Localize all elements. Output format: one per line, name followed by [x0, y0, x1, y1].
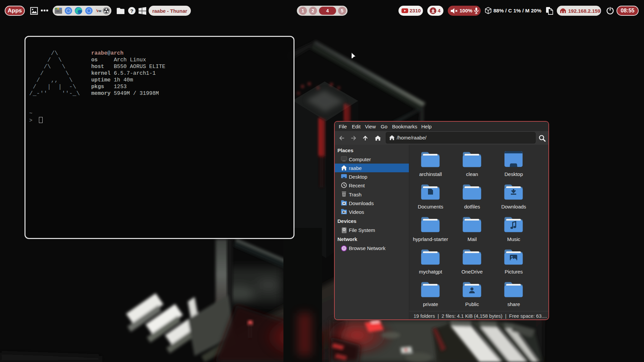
svg-text:?: ? [130, 8, 133, 14]
